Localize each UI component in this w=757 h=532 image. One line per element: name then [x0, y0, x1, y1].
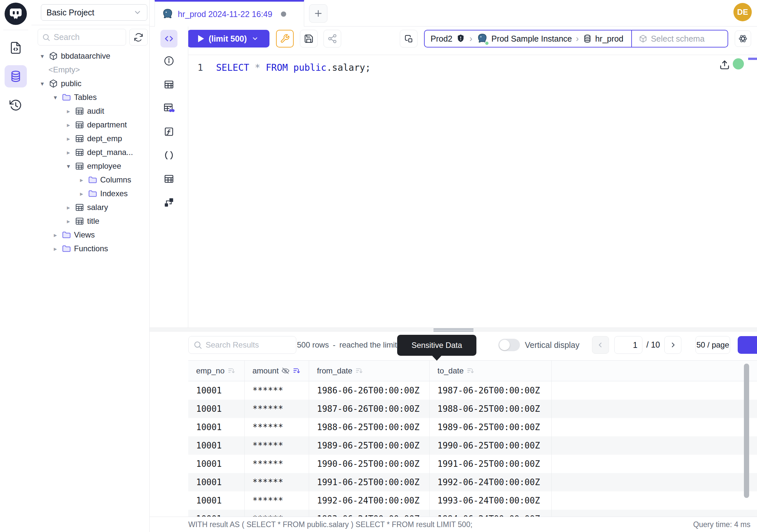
tree-item-dept-mana-[interactable]: ▸dept_mana...	[31, 145, 149, 159]
tree-item-functions[interactable]: ▸Functions	[31, 242, 149, 256]
scrollbar-ruler-mark	[748, 58, 757, 60]
database-icon[interactable]	[5, 65, 27, 87]
sort-icon[interactable]	[355, 366, 363, 375]
folder-icon	[88, 175, 98, 185]
result-table-icon[interactable]	[163, 172, 175, 185]
tree-down-arrow-icon[interactable]: ▾	[39, 80, 46, 87]
tree-item-label: public	[61, 79, 81, 88]
export-button[interactable]	[738, 336, 757, 354]
results-scrollbar[interactable]	[744, 363, 749, 498]
refresh-button[interactable]	[129, 29, 148, 46]
tree-right-arrow-icon[interactable]: ▸	[65, 149, 72, 156]
tree-item-dept-emp[interactable]: ▸dept_emp	[31, 132, 149, 145]
avatar[interactable]: DE	[733, 3, 752, 21]
resize-handle[interactable]	[434, 329, 473, 331]
vertical-display-toggle[interactable]	[498, 339, 520, 351]
upload-icon[interactable]	[719, 59, 731, 71]
tree-right-arrow-icon[interactable]: ▸	[65, 135, 72, 142]
table-row: 10001******1991-06-25T00:00:00Z1992-06-2…	[188, 473, 757, 491]
run-query-button[interactable]: (limit 500)	[187, 30, 269, 47]
select-schema[interactable]: Select schema	[651, 34, 705, 44]
sort-icon[interactable]	[466, 366, 475, 375]
tree-right-arrow-icon[interactable]: ▸	[52, 245, 59, 253]
page-size-select[interactable]: 50 / page	[695, 336, 730, 354]
page-total: / 10	[646, 340, 660, 350]
tree-item-title[interactable]: ▸title	[31, 214, 149, 228]
tree-item-label: dept_mana...	[87, 148, 133, 157]
tree-right-arrow-icon[interactable]: ▸	[78, 190, 85, 198]
tree-right-arrow-icon[interactable]: ▸	[65, 121, 72, 129]
info-icon[interactable]	[163, 55, 175, 67]
unsaved-dot	[281, 12, 286, 17]
table-icon	[75, 120, 84, 130]
column-header-emp_no[interactable]: emp_no	[188, 361, 245, 381]
folder-icon	[62, 230, 71, 240]
next-page-button[interactable]	[664, 336, 681, 354]
prev-page-button[interactable]	[592, 336, 609, 354]
tree-item-indexes[interactable]: ▸Indexes	[31, 187, 149, 201]
column-header-amount[interactable]: amount	[245, 361, 309, 381]
table-cell: 10001	[188, 381, 245, 400]
tree-right-arrow-icon[interactable]: ▸	[65, 108, 72, 115]
parentheses-icon[interactable]	[163, 149, 175, 162]
admin-wrench-button[interactable]	[276, 30, 294, 47]
tree-down-arrow-icon[interactable]: ▾	[52, 94, 59, 101]
tree-item-public[interactable]: ▾public	[31, 77, 149, 90]
ai-assistant-button[interactable]	[735, 30, 751, 47]
run-options-chevron-icon[interactable]	[252, 35, 259, 42]
tree-right-arrow-icon[interactable]: ▸	[65, 204, 72, 211]
tree-item-salary[interactable]: ▸salary	[31, 201, 149, 214]
table-panel-icon[interactable]	[163, 78, 175, 91]
table-cell: ******	[245, 418, 309, 436]
schema-search-input[interactable]	[54, 32, 116, 42]
tree-down-arrow-icon[interactable]: ▾	[65, 163, 72, 170]
function-icon[interactable]	[163, 125, 175, 138]
tree-item-label: dept_emp	[87, 134, 122, 143]
tree-item-department[interactable]: ▸department	[31, 118, 149, 132]
query-time: Query time: 4 ms	[693, 520, 750, 529]
table-cell: ******	[245, 455, 309, 473]
tree-right-arrow-icon[interactable]: ▸	[65, 218, 72, 225]
column-header-to_date[interactable]: to_date	[430, 361, 552, 381]
tree-item-employee[interactable]: ▾employee	[31, 159, 149, 173]
share-button[interactable]	[323, 30, 341, 47]
tree-item-bbdataarchive[interactable]: ▾bbdataarchive	[31, 49, 149, 63]
eye-off-icon[interactable]	[281, 366, 290, 375]
sidebar-search[interactable]	[38, 29, 126, 46]
tree-right-arrow-icon[interactable]: ▸	[78, 176, 85, 184]
tree-item-views[interactable]: ▸Views	[31, 228, 149, 242]
table-cell: 1994-06-24T00:00:00Z	[430, 510, 552, 516]
tree-item-label: salary	[87, 203, 108, 212]
sort-icon[interactable]	[227, 366, 236, 375]
sort-icon[interactable]	[292, 366, 301, 375]
table-cell: ******	[245, 381, 309, 400]
masked-table-icon[interactable]	[163, 102, 175, 114]
worksheet-icon[interactable]	[5, 37, 27, 59]
code-panel-toggle[interactable]	[161, 30, 177, 47]
nav-rail	[0, 0, 31, 532]
connection-breadcrumb[interactable]: Prod2 › Prod Sample Instance › hr_prod S…	[424, 30, 728, 47]
tree-item-tables[interactable]: ▾Tables	[31, 90, 149, 104]
batch-query-button[interactable]	[400, 30, 417, 47]
tree-item--empty-[interactable]: <Empty>	[31, 63, 149, 77]
sql-editor[interactable]: 1 SELECT * FROM public.salary;	[150, 55, 757, 328]
schema-diagram-icon[interactable]	[163, 196, 175, 209]
tree-item-columns[interactable]: ▸Columns	[31, 173, 149, 187]
column-header-from_date[interactable]: from_date	[309, 361, 430, 381]
table-row: 10001******1992-06-24T00:00:00Z1993-06-2…	[188, 491, 757, 510]
results-search-input[interactable]	[206, 340, 288, 350]
page-number-input[interactable]	[614, 336, 642, 354]
new-tab-button[interactable]	[309, 4, 327, 23]
bytebase-logo	[5, 3, 27, 25]
panel-resize-divider[interactable]	[150, 328, 757, 331]
results-search[interactable]	[188, 336, 296, 354]
tree-item-audit[interactable]: ▸audit	[31, 104, 149, 118]
project-selector[interactable]: Basic Project	[41, 4, 147, 21]
tab-hr-prod[interactable]: hr_prod 2024-11-22 16:49	[155, 0, 304, 26]
run-label: (limit 500)	[209, 34, 247, 44]
tree-down-arrow-icon[interactable]: ▾	[39, 52, 46, 60]
table-cell: 1989-06-25T00:00:00Z	[430, 418, 552, 436]
save-button[interactable]	[300, 30, 318, 47]
tree-right-arrow-icon[interactable]: ▸	[52, 231, 59, 239]
history-icon[interactable]	[5, 94, 27, 116]
